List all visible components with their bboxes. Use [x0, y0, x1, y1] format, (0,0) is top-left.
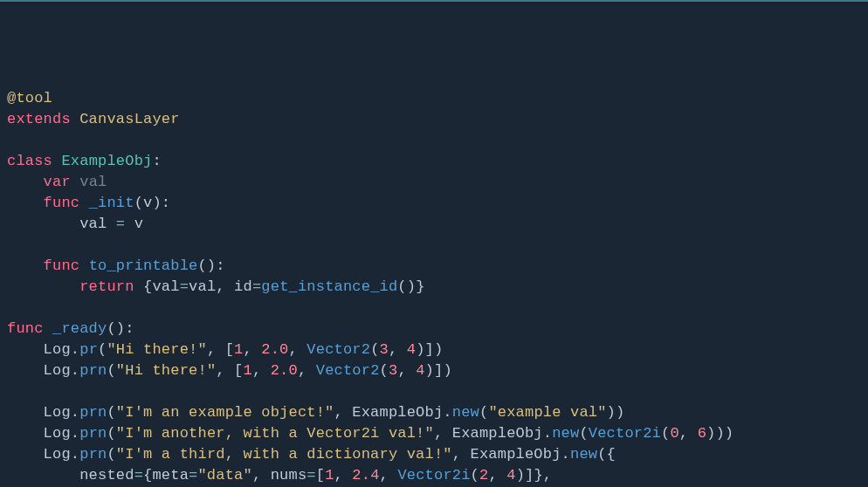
code-line: nested={meta="data", nums=[1, 2.4, Vecto…: [7, 465, 861, 486]
code-line: class ExampleObj:: [7, 151, 861, 172]
code-line: var val: [7, 172, 861, 193]
code-line: val = v: [7, 214, 861, 235]
code-line: Log.prn("I'm an example object!", Exampl…: [7, 402, 861, 423]
code-line: Log.prn("I'm another, with a Vector2i va…: [7, 423, 861, 444]
code-line: [7, 298, 861, 319]
code-line: [7, 381, 861, 402]
code-line: [7, 130, 861, 151]
code-line: [7, 235, 861, 256]
code-line: extends CanvasLayer: [7, 109, 861, 130]
code-line: Log.pr("Hi there!", [1, 2.0, Vector2(3, …: [7, 340, 861, 360]
code-editor[interactable]: @toolextends CanvasLayer class ExampleOb…: [7, 88, 861, 487]
code-line: Log.prn("I'm a third, with a dictionary …: [7, 444, 861, 465]
code-line: func to_printable():: [7, 256, 861, 277]
code-line: Log.prn("Hi there!", [1, 2.0, Vector2(3,…: [7, 360, 861, 381]
code-line: func _init(v):: [7, 193, 861, 214]
code-line: return {val=val, id=get_instance_id()}: [7, 277, 861, 298]
annotation: @tool: [7, 90, 52, 106]
code-line: @tool: [7, 88, 861, 109]
code-line: func _ready():: [7, 319, 861, 340]
